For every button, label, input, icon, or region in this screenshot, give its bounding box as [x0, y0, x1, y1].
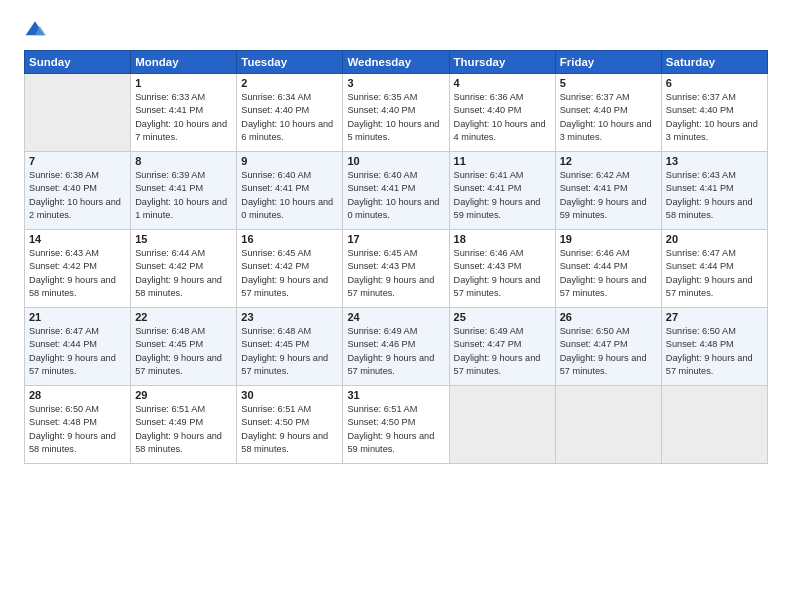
calendar-cell: 2Sunrise: 6:34 AMSunset: 4:40 PMDaylight…	[237, 74, 343, 152]
day-number: 24	[347, 311, 444, 323]
cell-content: Sunrise: 6:43 AMSunset: 4:41 PMDaylight:…	[666, 169, 763, 222]
calendar-table: SundayMondayTuesdayWednesdayThursdayFrid…	[24, 50, 768, 464]
cell-content: Sunrise: 6:51 AMSunset: 4:50 PMDaylight:…	[347, 403, 444, 456]
calendar-cell	[25, 74, 131, 152]
cell-content: Sunrise: 6:37 AMSunset: 4:40 PMDaylight:…	[560, 91, 657, 144]
day-number: 12	[560, 155, 657, 167]
calendar-week-2: 14Sunrise: 6:43 AMSunset: 4:42 PMDayligh…	[25, 230, 768, 308]
cell-content: Sunrise: 6:45 AMSunset: 4:43 PMDaylight:…	[347, 247, 444, 300]
cell-content: Sunrise: 6:37 AMSunset: 4:40 PMDaylight:…	[666, 91, 763, 144]
cell-content: Sunrise: 6:50 AMSunset: 4:48 PMDaylight:…	[666, 325, 763, 378]
calendar-cell: 26Sunrise: 6:50 AMSunset: 4:47 PMDayligh…	[555, 308, 661, 386]
calendar-cell: 27Sunrise: 6:50 AMSunset: 4:48 PMDayligh…	[661, 308, 767, 386]
day-number: 29	[135, 389, 232, 401]
weekday-header-tuesday: Tuesday	[237, 51, 343, 74]
calendar-cell: 4Sunrise: 6:36 AMSunset: 4:40 PMDaylight…	[449, 74, 555, 152]
cell-content: Sunrise: 6:48 AMSunset: 4:45 PMDaylight:…	[241, 325, 338, 378]
day-number: 4	[454, 77, 551, 89]
day-number: 28	[29, 389, 126, 401]
calendar-cell: 5Sunrise: 6:37 AMSunset: 4:40 PMDaylight…	[555, 74, 661, 152]
calendar-cell: 10Sunrise: 6:40 AMSunset: 4:41 PMDayligh…	[343, 152, 449, 230]
cell-content: Sunrise: 6:51 AMSunset: 4:50 PMDaylight:…	[241, 403, 338, 456]
cell-content: Sunrise: 6:49 AMSunset: 4:46 PMDaylight:…	[347, 325, 444, 378]
calendar-cell: 31Sunrise: 6:51 AMSunset: 4:50 PMDayligh…	[343, 386, 449, 464]
day-number: 25	[454, 311, 551, 323]
calendar-cell: 24Sunrise: 6:49 AMSunset: 4:46 PMDayligh…	[343, 308, 449, 386]
day-number: 15	[135, 233, 232, 245]
calendar-week-0: 1Sunrise: 6:33 AMSunset: 4:41 PMDaylight…	[25, 74, 768, 152]
weekday-header-sunday: Sunday	[25, 51, 131, 74]
cell-content: Sunrise: 6:43 AMSunset: 4:42 PMDaylight:…	[29, 247, 126, 300]
day-number: 7	[29, 155, 126, 167]
calendar-cell: 20Sunrise: 6:47 AMSunset: 4:44 PMDayligh…	[661, 230, 767, 308]
calendar-cell: 9Sunrise: 6:40 AMSunset: 4:41 PMDaylight…	[237, 152, 343, 230]
calendar-cell: 12Sunrise: 6:42 AMSunset: 4:41 PMDayligh…	[555, 152, 661, 230]
day-number: 23	[241, 311, 338, 323]
day-number: 20	[666, 233, 763, 245]
calendar-cell	[449, 386, 555, 464]
cell-content: Sunrise: 6:51 AMSunset: 4:49 PMDaylight:…	[135, 403, 232, 456]
day-number: 5	[560, 77, 657, 89]
calendar-cell: 18Sunrise: 6:46 AMSunset: 4:43 PMDayligh…	[449, 230, 555, 308]
calendar-cell: 3Sunrise: 6:35 AMSunset: 4:40 PMDaylight…	[343, 74, 449, 152]
cell-content: Sunrise: 6:50 AMSunset: 4:48 PMDaylight:…	[29, 403, 126, 456]
day-number: 2	[241, 77, 338, 89]
calendar-cell: 16Sunrise: 6:45 AMSunset: 4:42 PMDayligh…	[237, 230, 343, 308]
calendar-cell: 28Sunrise: 6:50 AMSunset: 4:48 PMDayligh…	[25, 386, 131, 464]
day-number: 16	[241, 233, 338, 245]
day-number: 22	[135, 311, 232, 323]
header	[24, 18, 768, 40]
weekday-header-monday: Monday	[131, 51, 237, 74]
cell-content: Sunrise: 6:47 AMSunset: 4:44 PMDaylight:…	[29, 325, 126, 378]
cell-content: Sunrise: 6:33 AMSunset: 4:41 PMDaylight:…	[135, 91, 232, 144]
day-number: 30	[241, 389, 338, 401]
calendar-cell: 11Sunrise: 6:41 AMSunset: 4:41 PMDayligh…	[449, 152, 555, 230]
day-number: 6	[666, 77, 763, 89]
cell-content: Sunrise: 6:41 AMSunset: 4:41 PMDaylight:…	[454, 169, 551, 222]
calendar-cell: 8Sunrise: 6:39 AMSunset: 4:41 PMDaylight…	[131, 152, 237, 230]
cell-content: Sunrise: 6:42 AMSunset: 4:41 PMDaylight:…	[560, 169, 657, 222]
calendar-cell: 22Sunrise: 6:48 AMSunset: 4:45 PMDayligh…	[131, 308, 237, 386]
calendar-cell: 15Sunrise: 6:44 AMSunset: 4:42 PMDayligh…	[131, 230, 237, 308]
day-number: 3	[347, 77, 444, 89]
calendar-cell: 6Sunrise: 6:37 AMSunset: 4:40 PMDaylight…	[661, 74, 767, 152]
day-number: 8	[135, 155, 232, 167]
weekday-header-saturday: Saturday	[661, 51, 767, 74]
calendar-cell: 17Sunrise: 6:45 AMSunset: 4:43 PMDayligh…	[343, 230, 449, 308]
calendar-cell: 14Sunrise: 6:43 AMSunset: 4:42 PMDayligh…	[25, 230, 131, 308]
logo-icon	[24, 18, 46, 40]
calendar-cell: 21Sunrise: 6:47 AMSunset: 4:44 PMDayligh…	[25, 308, 131, 386]
calendar-cell: 19Sunrise: 6:46 AMSunset: 4:44 PMDayligh…	[555, 230, 661, 308]
weekday-header-thursday: Thursday	[449, 51, 555, 74]
cell-content: Sunrise: 6:46 AMSunset: 4:44 PMDaylight:…	[560, 247, 657, 300]
calendar-week-1: 7Sunrise: 6:38 AMSunset: 4:40 PMDaylight…	[25, 152, 768, 230]
cell-content: Sunrise: 6:47 AMSunset: 4:44 PMDaylight:…	[666, 247, 763, 300]
day-number: 10	[347, 155, 444, 167]
calendar-week-3: 21Sunrise: 6:47 AMSunset: 4:44 PMDayligh…	[25, 308, 768, 386]
calendar-cell	[555, 386, 661, 464]
day-number: 9	[241, 155, 338, 167]
day-number: 14	[29, 233, 126, 245]
weekday-header-wednesday: Wednesday	[343, 51, 449, 74]
cell-content: Sunrise: 6:38 AMSunset: 4:40 PMDaylight:…	[29, 169, 126, 222]
cell-content: Sunrise: 6:34 AMSunset: 4:40 PMDaylight:…	[241, 91, 338, 144]
calendar-cell: 25Sunrise: 6:49 AMSunset: 4:47 PMDayligh…	[449, 308, 555, 386]
cell-content: Sunrise: 6:36 AMSunset: 4:40 PMDaylight:…	[454, 91, 551, 144]
day-number: 26	[560, 311, 657, 323]
calendar-cell: 7Sunrise: 6:38 AMSunset: 4:40 PMDaylight…	[25, 152, 131, 230]
calendar-week-4: 28Sunrise: 6:50 AMSunset: 4:48 PMDayligh…	[25, 386, 768, 464]
day-number: 27	[666, 311, 763, 323]
cell-content: Sunrise: 6:48 AMSunset: 4:45 PMDaylight:…	[135, 325, 232, 378]
day-number: 18	[454, 233, 551, 245]
day-number: 1	[135, 77, 232, 89]
calendar-cell: 1Sunrise: 6:33 AMSunset: 4:41 PMDaylight…	[131, 74, 237, 152]
calendar-cell: 29Sunrise: 6:51 AMSunset: 4:49 PMDayligh…	[131, 386, 237, 464]
weekday-header-friday: Friday	[555, 51, 661, 74]
cell-content: Sunrise: 6:39 AMSunset: 4:41 PMDaylight:…	[135, 169, 232, 222]
day-number: 11	[454, 155, 551, 167]
cell-content: Sunrise: 6:44 AMSunset: 4:42 PMDaylight:…	[135, 247, 232, 300]
cell-content: Sunrise: 6:35 AMSunset: 4:40 PMDaylight:…	[347, 91, 444, 144]
cell-content: Sunrise: 6:46 AMSunset: 4:43 PMDaylight:…	[454, 247, 551, 300]
cell-content: Sunrise: 6:40 AMSunset: 4:41 PMDaylight:…	[241, 169, 338, 222]
cell-content: Sunrise: 6:50 AMSunset: 4:47 PMDaylight:…	[560, 325, 657, 378]
